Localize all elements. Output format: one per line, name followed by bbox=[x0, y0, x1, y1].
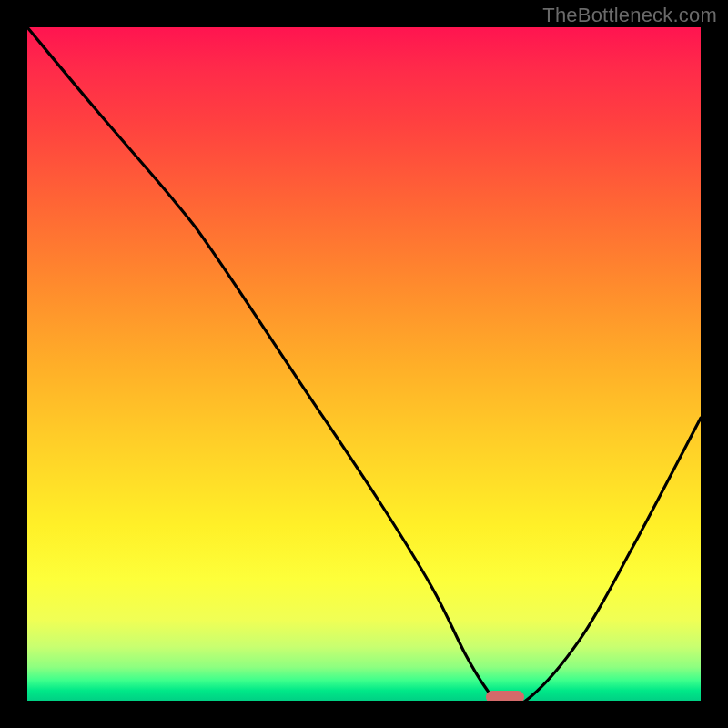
chart-plot-area bbox=[27, 27, 701, 701]
watermark-text: TheBottleneck.com bbox=[542, 4, 717, 27]
chart-line bbox=[27, 27, 701, 701]
chart-marker bbox=[486, 691, 524, 701]
chart-line-path bbox=[27, 27, 701, 701]
